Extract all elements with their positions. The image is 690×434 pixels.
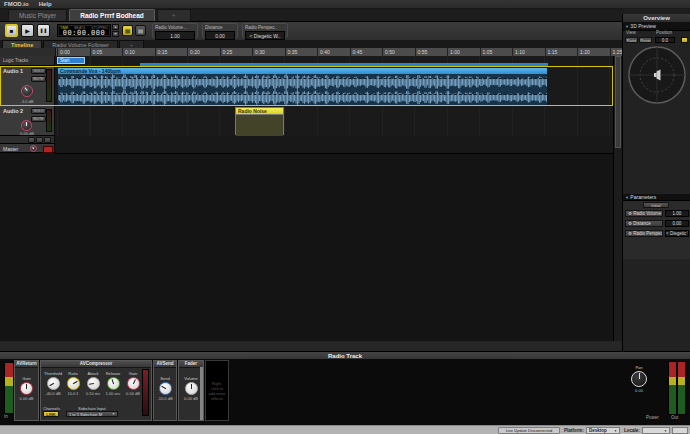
automation-line[interactable] xyxy=(58,78,547,79)
play-button[interactable]: ▶ xyxy=(21,24,34,37)
knob-label: Volume xyxy=(184,376,197,381)
audio-clip[interactable]: Commande Vox - 140bpm xyxy=(57,67,548,105)
parameters-section-header[interactable]: ▼ Parameters xyxy=(623,194,690,201)
volume-knob[interactable] xyxy=(185,382,198,395)
tab-radio-event[interactable]: Radio Prrrf Bodhead xyxy=(69,9,155,21)
small-button[interactable] xyxy=(44,137,51,143)
add-sheet-tab-button[interactable]: + xyxy=(119,40,144,48)
release-knob[interactable] xyxy=(107,377,120,390)
ratio-knob[interactable] xyxy=(67,377,80,390)
add-event-tab-button[interactable]: + xyxy=(157,9,191,21)
track-header-master[interactable]: Master xyxy=(0,144,55,153)
time-display[interactable]: TIME BEATS STOPPED 00:00.000 xyxy=(57,24,111,37)
logic-track-header: Logic Tracks xyxy=(0,56,55,66)
parameter-name-button[interactable]: ⚙ Radio Perspec.. xyxy=(625,230,663,237)
scatterer-instrument[interactable]: Radio Noise xyxy=(235,107,284,135)
clip-indicator[interactable] xyxy=(43,146,53,153)
effect-module-fader[interactable]: Fader Volume 0.00 dB xyxy=(178,360,204,421)
lock-toggle-button[interactable] xyxy=(681,37,688,43)
param-value-slider[interactable]: 1.00 xyxy=(155,31,195,40)
ruler-tick: 1:00 xyxy=(447,48,460,56)
timeline-editor: Logic Tracks Start Audio 1 SOLO MUTE -3.… xyxy=(0,56,622,341)
track-lane-audio-2[interactable]: Radio Noise xyxy=(55,106,613,137)
param-value-dropdown[interactable]: < Diegetic W.. xyxy=(245,31,285,40)
attack-knob[interactable] xyxy=(87,377,100,390)
track-header-audio-1[interactable]: Audio 1 SOLO MUTE -3.0 dB xyxy=(0,66,55,106)
help-menu[interactable]: Help xyxy=(39,1,52,7)
track-lane-audio-1[interactable]: Commande Vox - 140bpm xyxy=(55,66,613,107)
position-label: Position xyxy=(656,30,672,35)
ratio-button[interactable]: Ratio xyxy=(625,37,638,43)
live-update-button[interactable]: Live Update Disconnected xyxy=(498,427,560,434)
track-name: Audio 1 xyxy=(3,68,23,74)
mute-button[interactable]: MUTE xyxy=(31,116,46,122)
layout-toggle-button[interactable]: ▤ xyxy=(135,25,146,36)
time-spin-up-button[interactable]: ▲ xyxy=(112,24,119,30)
solo-button[interactable]: SOLO xyxy=(31,68,46,74)
effect-module-return[interactable]: AVReturn Gain 0.00 dB xyxy=(14,360,39,421)
gain-knob[interactable] xyxy=(20,382,33,395)
param-value-slider[interactable]: 0.00 xyxy=(205,31,235,40)
threshold-knob[interactable] xyxy=(47,377,60,390)
locale-dropdown[interactable]: ▼ xyxy=(642,427,670,434)
knob-label: Threshold xyxy=(44,371,62,376)
parameter-name-button[interactable]: ⚙ Distance xyxy=(625,220,663,227)
platform-dropdown[interactable]: Desktop▼ xyxy=(586,427,620,434)
parameter-value[interactable]: 1.00 xyxy=(665,210,689,217)
link-button[interactable]: LINK xyxy=(43,411,59,417)
effects-deck: In AVReturn Gain 0.00 dB AVCompressor Th… xyxy=(0,359,690,425)
parameter-name-button[interactable]: ⚙ Radio Volume xyxy=(625,210,663,217)
ruler-tick: 0:40 xyxy=(317,48,330,56)
small-button[interactable] xyxy=(36,137,43,143)
ruler-tick: 0:20 xyxy=(187,48,200,56)
solo-button[interactable]: SOLO xyxy=(31,108,46,114)
small-button[interactable] xyxy=(28,137,35,143)
knob-value: -40.0 dB xyxy=(45,391,60,396)
fmod-studio-window: FMOD.io Help Music Player Radio Prrrf Bo… xyxy=(0,0,690,434)
send-level-knob[interactable] xyxy=(159,382,172,395)
ruler-tick: 0:50 xyxy=(382,48,395,56)
master-gain-knob[interactable] xyxy=(30,145,37,152)
tab-radio-volume-follower[interactable]: Radio Volume Follower xyxy=(43,40,118,48)
gain-reduction-meter xyxy=(142,369,149,416)
deck-hint-panel[interactable]: Right-click to add more effects xyxy=(205,360,229,421)
time-spin-down-button[interactable]: ▼ xyxy=(112,31,119,37)
effect-module-compressor[interactable]: AVCompressor Threshold -40.0 dB Ratio 10… xyxy=(40,360,152,421)
utility-row-header xyxy=(0,136,55,144)
fader-side-strip[interactable] xyxy=(200,367,203,420)
ruler-tick: 0:45 xyxy=(350,48,363,56)
output-meter-right xyxy=(677,361,686,415)
position-value[interactable]: 0.0 xyxy=(655,37,675,43)
module-title[interactable]: AVCompressor xyxy=(41,361,151,368)
timeline-marker[interactable]: Start xyxy=(57,57,85,64)
stop-button[interactable]: ■ xyxy=(5,24,18,37)
3d-preview-pad[interactable] xyxy=(627,45,687,105)
pan-knob[interactable] xyxy=(631,371,647,387)
chevron-down-icon: ▼ xyxy=(112,412,115,417)
parameter-value[interactable]: 0.00 xyxy=(665,220,689,227)
scrollbar-thumb[interactable] xyxy=(615,56,621,148)
parameters-tab-initial[interactable]: Initial xyxy=(643,202,669,208)
event-tab-bar: Music Player Radio Prrrf Bodhead + xyxy=(0,9,690,22)
sidechain-dropdown[interactable]: 1 to 5 Sidechain M▼ xyxy=(66,411,118,417)
parameter-value[interactable]: < Diegetic W.. xyxy=(665,230,689,237)
tab-music-player[interactable]: Music Player xyxy=(8,9,67,21)
reset-button[interactable]: Reset xyxy=(639,37,652,43)
track-gain-knob[interactable] xyxy=(21,85,33,97)
track-lane-master xyxy=(55,144,613,154)
snap-toggle-button[interactable]: ▦ xyxy=(122,25,133,36)
module-title[interactable]: AVSend xyxy=(154,361,176,368)
automation-line[interactable] xyxy=(58,94,547,95)
track-gain-knob[interactable] xyxy=(21,120,32,131)
track-header-audio-2[interactable]: Audio 2 SOLO MUTE 0.00 dB xyxy=(0,106,55,136)
view-label: View xyxy=(626,30,636,35)
gain-knob[interactable] xyxy=(127,377,140,390)
output-meter-left xyxy=(668,361,677,415)
pause-button[interactable]: ❚❚ xyxy=(37,24,50,37)
mute-button[interactable]: MUTE xyxy=(31,76,46,82)
effect-module-send[interactable]: AVSend Send -10.0 dB xyxy=(153,360,177,421)
vertical-scrollbar[interactable] xyxy=(613,56,622,341)
module-title[interactable]: AVReturn xyxy=(15,361,38,368)
app-menu[interactable]: FMOD.io xyxy=(4,1,29,7)
tab-timeline[interactable]: Timeline xyxy=(2,40,42,48)
